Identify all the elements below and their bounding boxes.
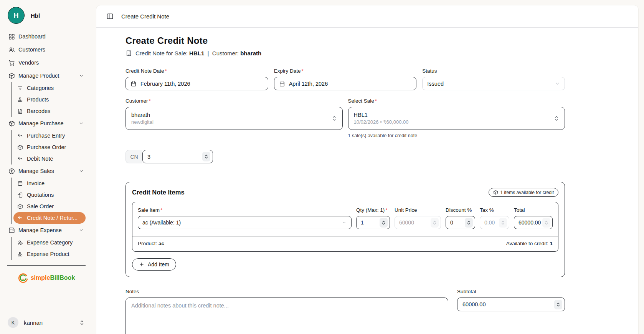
status-select[interactable]: Issued [422,77,565,90]
col-qty-header: Qty (Max: 1)* [356,207,390,213]
sidebar-item-vendors[interactable]: Vendors [7,56,86,69]
page-content: Create Credit Note Credit Note for Sale:… [96,28,565,334]
chevron-down-icon [79,73,84,78]
sale-item-select[interactable]: ac (Available: 1) [138,216,352,229]
filter-icon [17,85,23,91]
user-avatar: K [8,317,18,328]
topbar-title: Create Credit Note [121,13,169,20]
items-section-title: Credit Note Items [132,189,185,196]
sidebar-item-invoice[interactable]: Invoice [13,178,86,189]
expiry-date-input[interactable]: April 12th, 2026 [274,77,417,90]
sidebar-item-purchase-entry[interactable]: Purchase Entry [13,130,86,141]
page-subtitle: Credit Note for Sale: HBL1 | Customer: b… [125,50,565,56]
sidebar-item-label: Purchase Entry [27,133,65,139]
customer-select[interactable]: bharath newdigital [125,107,343,130]
cn-number-input[interactable]: 3 [142,150,213,163]
discount-input[interactable]: 0 [446,216,475,229]
sidebar-divider [7,265,86,266]
sidebar-item-barcodes[interactable]: Barcodes [13,105,86,117]
tax-stepper [499,218,507,228]
rupee-circle-icon [8,168,15,174]
sidebar-toggle-icon[interactable] [106,13,114,20]
package-icon [8,73,15,79]
customer-field: Customer* bharath newdigital [125,98,343,138]
sidebar-item-products[interactable]: Products [13,94,86,105]
plus-icon [139,262,144,267]
sidebar-item-sale-order[interactable]: Sale Order [13,201,86,212]
discount-stepper[interactable] [465,218,473,228]
item-row-footer: Product: ac Available to credit: 1 [132,236,558,251]
sidebar-item-label: Vendors [18,60,39,66]
sidebar-item-label: Credit Note / Retur... [27,215,78,221]
sale-select[interactable]: HBL1 10/02/2026 • ₹60,000.00 [348,107,565,130]
sidebar-item-categories[interactable]: Categories [13,82,86,94]
sidebar-item-expense-product[interactable]: Expense Product [13,248,86,260]
users-icon [8,47,15,53]
chevron-down-icon [79,228,84,233]
product-info: Product: ac [138,241,164,246]
user-name: kannan [24,319,43,326]
notes-field: Notes [125,289,448,334]
total-input[interactable]: 60000.00 [514,216,553,229]
sidebar-item-credit-note[interactable]: Credit Note / Retur... [13,212,86,224]
customer-name: bharath [240,50,261,56]
sidebar-item-label: Dashboard [18,33,46,40]
subtotal-stepper[interactable] [554,300,562,309]
sidebar-item-customers[interactable]: Customers [7,43,86,56]
sale-subtext: 10/02/2026 • ₹60,000.00 [354,119,554,125]
credit-note-items-card: Credit Note Items 1 items available for … [125,182,565,277]
package-icon [17,204,23,209]
sidebar-nav: Dashboard Customers Vendors Manage Produ… [7,30,86,260]
unit-price-stepper [431,218,439,228]
sales-available-caption: 1 sale(s) available for credit note [348,133,565,138]
sidebar-group-label: Manage Purchase [18,120,64,126]
boxes-icon [17,251,23,257]
tax-input: 0.00 [480,216,509,229]
building-icon [125,50,132,56]
sidebar-group-manage-purchase[interactable]: Manage Purchase [7,117,86,130]
qty-stepper[interactable] [380,218,388,228]
sidebar-group-manage-sales[interactable]: Manage Sales [7,165,86,178]
sidebar-item-dashboard[interactable]: Dashboard [7,30,86,43]
total-stepper[interactable] [542,218,550,228]
sidebar-item-quotations[interactable]: Quotations [13,189,86,201]
org-header[interactable]: H Hbl [8,7,86,24]
number-stepper[interactable] [202,152,210,161]
sale-ref: HBL1 [189,50,204,56]
simplebillbook-logo-icon [18,273,28,283]
sidebar-item-label: Products [27,96,49,103]
credit-note-date-input[interactable]: February 11th, 2026 [125,77,268,90]
customer-value: bharath [131,112,332,118]
credit-note-date-field: Credit Note Date* February 11th, 2026 [125,68,268,90]
notes-textarea[interactable] [125,297,448,334]
item-row: Sale Item* ac (Available: 1) Qty (Max: 1… [132,202,558,252]
sidebar-item-label: Debit Note [27,156,53,162]
col-discount-header: Discount % [446,207,475,213]
subtotal-input[interactable]: 60000.00 [457,297,565,311]
brand-name: simpleBillBook [31,274,75,281]
sidebar-item-debit-note[interactable]: Debit Note [13,153,86,165]
invoice-icon [17,181,23,186]
sidebar-item-expense-category[interactable]: Expense Category [13,237,86,248]
qty-input[interactable]: 1 [356,216,390,229]
add-item-button[interactable]: Add Item [132,258,176,271]
sidebar-group-manage-product[interactable]: Manage Product [7,69,86,82]
subtotal-label: Subtotal [457,289,565,294]
org-avatar: H [8,7,25,24]
quotation-icon [17,192,23,198]
user-menu[interactable]: K kannan [8,317,85,328]
subtitle-separator: | [208,50,209,56]
col-unit-price-header: Unit Price [395,207,441,213]
sidebar-item-purchase-order[interactable]: Purchase Order [13,141,86,153]
chevron-down-icon [79,168,84,174]
chevron-down-icon [79,121,84,126]
sidebar-group-manage-expense[interactable]: Manage Expense [7,224,86,237]
col-sale-item-header: Sale Item* [138,207,352,213]
credit-note-number-field: CN 3 [125,150,565,163]
calendar-icon [130,81,137,87]
sidebar-item-label: Barcodes [27,108,50,114]
sidebar-group-label: Manage Product [18,73,59,79]
sidebar-item-label: Expense Product [27,251,69,257]
package-check-icon [8,120,15,127]
manage-expense-children: Expense Category Expense Product [12,237,86,260]
